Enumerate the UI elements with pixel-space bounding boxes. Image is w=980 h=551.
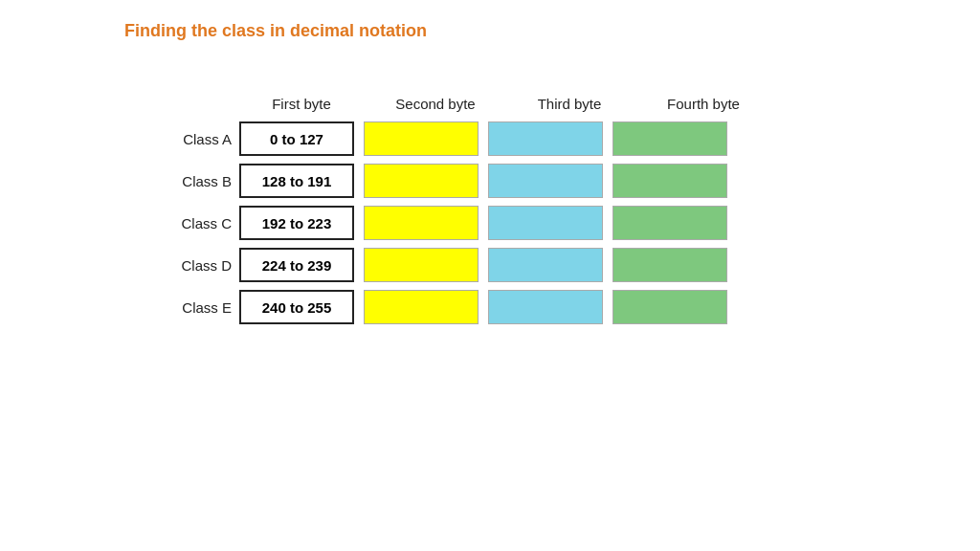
table-header-row: First byte Second byte Third byte Fourth… [144, 96, 766, 112]
col-header-third-byte: Third byte [507, 96, 632, 112]
class-c-second-byte [364, 206, 479, 240]
class-a-range: 0 to 127 [239, 121, 354, 156]
class-e-range: 240 to 255 [239, 290, 354, 324]
class-b-second-byte [364, 164, 479, 198]
table-row: Class B 128 to 191 [144, 164, 766, 198]
class-d-fourth-byte [612, 248, 727, 282]
class-b-third-byte [488, 164, 603, 198]
table-row: Class C 192 to 223 [144, 206, 766, 240]
class-b-range: 128 to 191 [239, 164, 354, 198]
col-header-fourth-byte: Fourth byte [641, 96, 766, 112]
class-c-range: 192 to 223 [239, 206, 354, 240]
class-d-range: 224 to 239 [239, 248, 354, 282]
class-e-third-byte [488, 290, 603, 324]
main-table: First byte Second byte Third byte Fourth… [144, 96, 766, 332]
class-d-third-byte [488, 248, 603, 282]
class-e-label: Class E [144, 299, 239, 316]
col-header-first-byte: First byte [239, 96, 364, 112]
class-b-fourth-byte [612, 164, 727, 198]
class-c-third-byte [488, 206, 603, 240]
class-c-fourth-byte [612, 206, 727, 240]
class-d-label: Class D [144, 257, 239, 274]
class-d-second-byte [364, 248, 479, 282]
class-e-fourth-byte [612, 290, 727, 324]
class-a-label: Class A [144, 131, 239, 147]
class-b-label: Class B [144, 173, 239, 189]
col-header-second-byte: Second byte [373, 96, 498, 112]
class-a-third-byte [488, 121, 603, 156]
table-row: Class A 0 to 127 [144, 121, 766, 156]
class-c-label: Class C [144, 215, 239, 231]
class-a-second-byte [364, 121, 479, 156]
class-e-second-byte [364, 290, 479, 324]
table-row: Class E 240 to 255 [144, 290, 766, 324]
table-row: Class D 224 to 239 [144, 248, 766, 282]
class-a-fourth-byte [612, 121, 727, 156]
page-title: Finding the class in decimal notation [124, 21, 427, 41]
